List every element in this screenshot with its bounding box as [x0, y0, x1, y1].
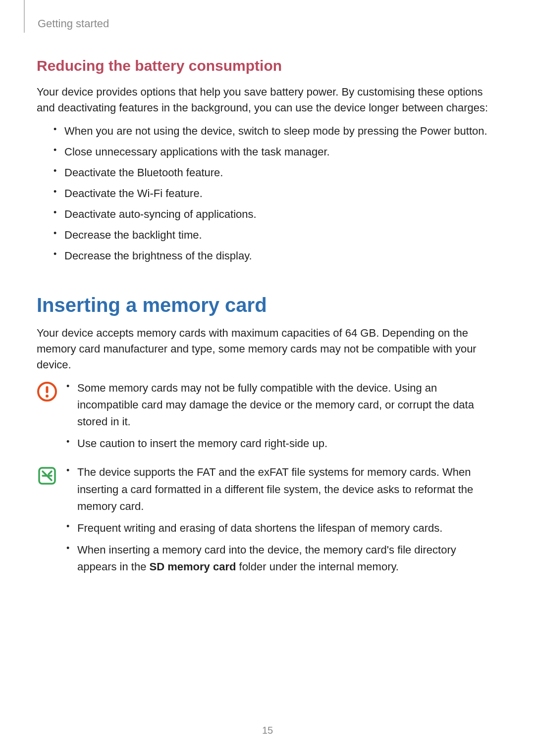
list-item: When inserting a memory card into the de… — [66, 542, 498, 575]
note-list: The device supports the FAT and the exFA… — [66, 464, 498, 575]
list-item: Decrease the brightness of the display. — [54, 248, 498, 264]
note-body: The device supports the FAT and the exFA… — [66, 464, 498, 580]
note-last-bold: SD memory card — [150, 560, 236, 573]
warning-callout: Some memory cards may not be fully compa… — [37, 380, 498, 457]
note-callout: The device supports the FAT and the exFA… — [37, 464, 498, 580]
section-intro-battery: Your device provides options that help y… — [37, 84, 498, 116]
chapter-title: Getting started — [38, 17, 109, 30]
warning-icon — [37, 381, 57, 402]
section-heading-memory-card: Inserting a memory card — [37, 294, 498, 316]
note-icon — [37, 465, 57, 486]
svg-rect-1 — [46, 386, 49, 393]
list-item: When you are not using the device, switc… — [54, 123, 498, 140]
svg-point-2 — [46, 395, 49, 398]
list-item: Some memory cards may not be fully compa… — [66, 380, 498, 430]
header-divider — [24, 0, 25, 33]
list-item: Deactivate auto-syncing of applications. — [54, 206, 498, 223]
list-item: The device supports the FAT and the exFA… — [66, 464, 498, 514]
warning-list: Some memory cards may not be fully compa… — [66, 380, 498, 452]
page-header: Getting started — [37, 15, 498, 33]
section-intro-memory-card: Your device accepts memory cards with ma… — [37, 325, 498, 373]
page-number: 15 — [0, 725, 535, 736]
note-last-post: folder under the internal memory. — [236, 560, 399, 573]
list-item: Close unnecessary applications with the … — [54, 144, 498, 160]
document-page: Getting started Reducing the battery con… — [0, 0, 535, 756]
list-item: Use caution to insert the memory card ri… — [66, 435, 498, 452]
section-heading-battery: Reducing the battery consumption — [37, 57, 498, 74]
warning-body: Some memory cards may not be fully compa… — [66, 380, 498, 457]
battery-tips-list: When you are not using the device, switc… — [37, 123, 498, 265]
list-item: Deactivate the Bluetooth feature. — [54, 164, 498, 181]
list-item: Decrease the backlight time. — [54, 227, 498, 244]
list-item: Frequent writing and erasing of data sho… — [66, 520, 498, 537]
list-item: Deactivate the Wi-Fi feature. — [54, 185, 498, 202]
